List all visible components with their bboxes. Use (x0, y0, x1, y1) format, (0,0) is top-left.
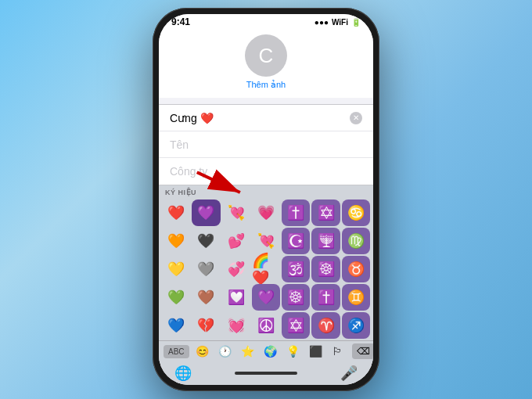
emoji-heart-decoration[interactable]: 💟 (222, 284, 250, 311)
emoji-star-david2[interactable]: ✡️ (282, 312, 310, 339)
firstname-placeholder: Tên (170, 138, 189, 151)
emoji-brown-heart[interactable]: 🤎 (192, 284, 220, 311)
status-bar: 9:41 ●●● WiFi 🔋 (159, 14, 373, 30)
form-section: Cưng ❤️ ✕ Tên Công ty (159, 104, 373, 185)
clear-button[interactable]: ✕ (350, 112, 362, 124)
emoji-cancer[interactable]: ♋ (342, 200, 370, 226)
category-label: KÝ HIỆU (165, 189, 196, 196)
emoji-sagittarius[interactable]: ♐ (342, 312, 370, 339)
emoji-peace[interactable]: ☮️ (252, 312, 280, 339)
mic-button[interactable]: 🎤 (340, 365, 358, 382)
bulb-icon[interactable]: 💡 (283, 343, 303, 359)
globe-icon[interactable]: 🌍 (261, 343, 280, 359)
avatar[interactable]: C (245, 34, 287, 77)
emoji-red-heart[interactable]: ❤️ (162, 200, 190, 226)
emoji-revolving-hearts[interactable]: 💞 (222, 256, 250, 282)
emoji-taurus[interactable]: ♉ (342, 256, 370, 282)
emoji-menorah[interactable]: 🕎 (311, 228, 340, 254)
name-field[interactable]: Cưng ❤️ ✕ (159, 105, 373, 131)
emoji-broken-heart[interactable]: 💔 (192, 312, 220, 339)
status-icons: ●●● WiFi 🔋 (315, 18, 361, 27)
emoji-dharma[interactable]: ☸️ (282, 284, 310, 311)
clock-icon[interactable]: 🕐 (215, 343, 235, 359)
company-field[interactable]: Công ty (159, 158, 373, 185)
emoji-green-heart[interactable]: 💚 (162, 284, 190, 311)
abc-button[interactable]: ABC (164, 345, 189, 358)
emoji-black-heart[interactable]: 🖤 (192, 228, 220, 254)
emoji-wheel[interactable]: ☸️ (311, 256, 340, 282)
emoji-icon[interactable]: 😊 (192, 343, 212, 359)
home-indicator (235, 372, 297, 375)
emoji-purple-heart[interactable]: 💜 (192, 200, 220, 226)
emoji-two-hearts[interactable]: 💕 (222, 228, 250, 254)
emoji-virgo[interactable]: ♍ (342, 228, 370, 254)
delete-button[interactable]: ⌫ (352, 343, 373, 359)
name-value: Cưng ❤️ (170, 112, 350, 124)
top-section: C Thêm ảnh (159, 30, 373, 98)
emoji-keyboard: KÝ HIỆU ❤️ 💜 💘 💗 ✝️ ✡️ ♋ 🧡 🖤 💕 💘 ☪️ 🕎 ♍ (159, 185, 373, 385)
emoji-heart-arrow2[interactable]: 💘 (252, 228, 280, 254)
emoji-heart-arrow[interactable]: 💘 (222, 200, 250, 226)
emoji-purple-heart2[interactable]: 💜 (252, 284, 280, 311)
keyboard-bottom: 🌐 🎤 (159, 361, 373, 385)
emoji-cross[interactable]: ✝️ (282, 200, 310, 226)
emoji-crescent[interactable]: ☪️ (282, 228, 310, 254)
emoji-gray-heart[interactable]: 🩶 (192, 256, 220, 282)
star-icon[interactable]: ⭐ (238, 343, 257, 359)
grid-icon[interactable]: ⬛ (306, 343, 325, 359)
globe-button[interactable]: 🌐 (174, 365, 192, 382)
emoji-grid: ❤️ 💜 💘 💗 ✝️ ✡️ ♋ 🧡 🖤 💕 💘 ☪️ 🕎 ♍ 💛 🩶 💞 (159, 198, 373, 340)
firstname-field[interactable]: Tên (159, 131, 373, 158)
emoji-aries[interactable]: ♈ (311, 312, 340, 339)
company-placeholder: Công ty (170, 165, 207, 178)
emoji-yellow-heart[interactable]: 💛 (162, 256, 190, 282)
emoji-sparkling-heart[interactable]: 💗 (252, 200, 280, 226)
emoji-om[interactable]: 🕉️ (282, 256, 310, 282)
phone-frame: 9:41 ●●● WiFi 🔋 C Thêm ảnh Cưng ❤️ ✕ Tên (153, 8, 379, 391)
status-time: 9:41 (171, 16, 190, 27)
flag-icon[interactable]: 🏳 (329, 343, 346, 359)
emoji-star-david[interactable]: ✡️ (311, 200, 340, 226)
emoji-rainbow[interactable]: 🌈❤️ (252, 256, 280, 282)
category-bar: KÝ HIỆU (159, 185, 373, 198)
add-photo-button[interactable]: Thêm ảnh (246, 80, 286, 90)
emoji-cross2[interactable]: ✝️ (311, 284, 340, 311)
emoji-orange-heart[interactable]: 🧡 (162, 228, 190, 254)
emoji-blue-heart[interactable]: 💙 (162, 312, 190, 339)
emoji-beating-heart[interactable]: 💓 (222, 312, 250, 339)
phone-screen: 9:41 ●●● WiFi 🔋 C Thêm ảnh Cưng ❤️ ✕ Tên (159, 14, 373, 385)
emoji-gemini[interactable]: ♊ (342, 284, 370, 311)
keyboard-toolbar: ABC 😊 🕐 ⭐ 🌍 💡 ⬛ 🏳 ⌫ (159, 340, 373, 361)
